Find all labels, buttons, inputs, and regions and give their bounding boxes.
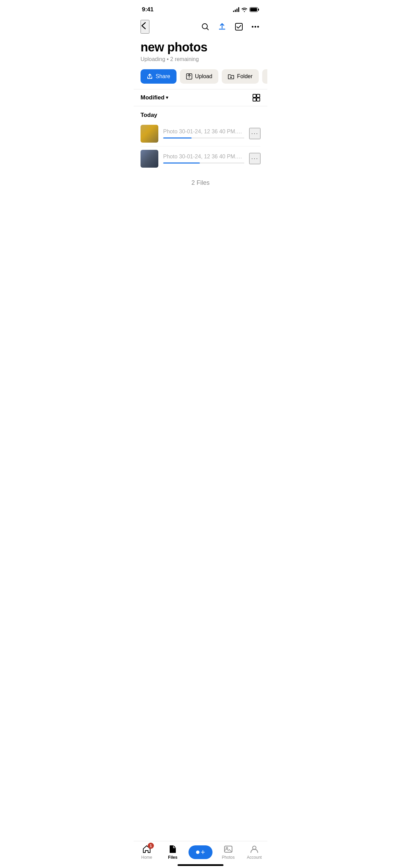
- svg-rect-9: [253, 94, 256, 97]
- file-progress-bar-2: [163, 162, 244, 164]
- file-progress-bar-1: [163, 137, 244, 138]
- search-button[interactable]: [200, 22, 210, 32]
- upload-button[interactable]: [217, 21, 228, 32]
- wifi-icon: [241, 7, 247, 12]
- section-today: Today: [134, 106, 267, 121]
- svg-rect-10: [257, 94, 260, 97]
- back-button[interactable]: [141, 20, 149, 34]
- upload-status: Uploading • 2 remaining: [141, 56, 260, 62]
- share-icon: [147, 73, 153, 80]
- svg-rect-2: [250, 8, 257, 11]
- folder-icon: [228, 73, 234, 80]
- status-icons: [233, 7, 259, 12]
- action-buttons: Share Upload Folder Offline: [134, 64, 267, 86]
- more-icon: [252, 26, 259, 28]
- svg-point-5: [252, 26, 254, 28]
- files-count: 2 Files: [134, 171, 267, 195]
- file-info-2: Photo 30-01-24, 12 36 40 PM.png: [163, 154, 244, 164]
- file-progress-fill-1: [163, 137, 192, 138]
- file-progress-fill-2: [163, 162, 200, 164]
- signal-icon: [233, 7, 239, 12]
- page-header: new photos Uploading • 2 remaining: [134, 38, 267, 64]
- upload-action-button[interactable]: Upload: [180, 69, 219, 84]
- file-more-button-1[interactable]: ···: [249, 128, 260, 139]
- file-item: Photo 30-01-24, 12 36 40 PM.png ···: [134, 121, 267, 146]
- sort-chevron-icon: ▾: [166, 95, 168, 100]
- file-name-1: Photo 30-01-24, 12 36 40 PM.png: [163, 129, 244, 135]
- search-icon: [202, 23, 209, 31]
- share-button[interactable]: Share: [141, 69, 177, 84]
- svg-point-6: [255, 26, 256, 28]
- grid-toggle-button[interactable]: [252, 94, 260, 102]
- svg-point-3: [202, 24, 207, 29]
- svg-rect-12: [257, 98, 260, 101]
- battery-icon: [250, 7, 259, 12]
- more-button[interactable]: [250, 24, 260, 29]
- upload-action-icon: [186, 73, 192, 80]
- upload-icon: [218, 23, 226, 31]
- file-info-1: Photo 30-01-24, 12 36 40 PM.png: [163, 129, 244, 138]
- folder-button[interactable]: Folder: [222, 69, 258, 84]
- sort-bar: Modified ▾: [134, 89, 267, 106]
- offline-button[interactable]: Offline: [262, 69, 267, 84]
- file-name-2: Photo 30-01-24, 12 36 40 PM.png: [163, 154, 244, 160]
- svg-point-7: [257, 26, 259, 28]
- file-thumbnail-2: [141, 150, 158, 168]
- sort-button[interactable]: Modified ▾: [141, 94, 168, 101]
- status-time: 9:41: [142, 6, 154, 13]
- nav-bar: [134, 17, 267, 38]
- nav-actions: [200, 21, 260, 32]
- page-title: new photos: [141, 40, 260, 54]
- file-more-button-2[interactable]: ···: [249, 153, 260, 164]
- svg-rect-1: [258, 9, 259, 11]
- grid-icon: [252, 94, 260, 102]
- file-item-2: Photo 30-01-24, 12 36 40 PM.png ···: [134, 146, 267, 171]
- svg-rect-11: [253, 98, 256, 101]
- file-thumbnail-1: [141, 125, 158, 143]
- select-button[interactable]: [234, 22, 244, 32]
- checkmark-icon: [235, 23, 243, 31]
- status-bar: 9:41: [134, 0, 267, 17]
